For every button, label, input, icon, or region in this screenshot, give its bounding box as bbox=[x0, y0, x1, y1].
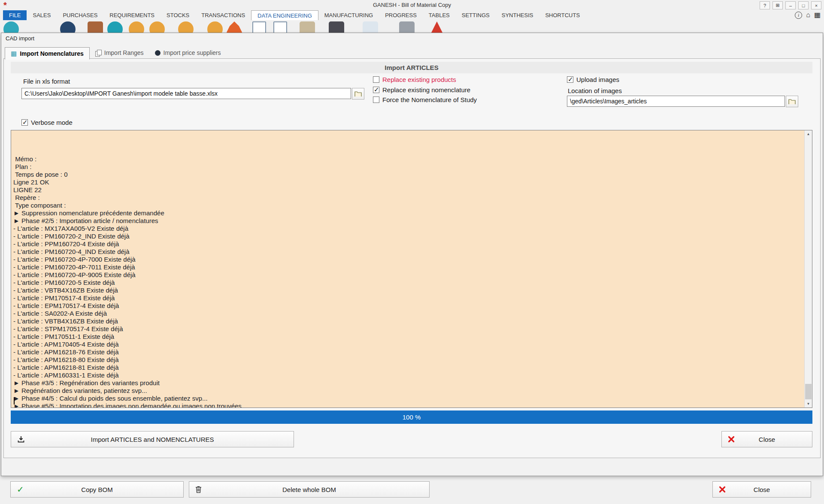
menu-item[interactable]: REQUIREMENTS bbox=[103, 10, 161, 20]
section-title: Import ARTICLES bbox=[11, 62, 812, 73]
checkbox-box bbox=[373, 97, 379, 103]
log-output[interactable]: Mémo : Plan : Temps de pose : 0Ligne 21 … bbox=[11, 130, 812, 408]
images-location-input[interactable] bbox=[567, 96, 785, 107]
browse-images-button[interactable] bbox=[786, 96, 798, 107]
copy-bom-button[interactable]: ✓ Copy BOM bbox=[10, 481, 184, 498]
menubar-right-icons: i ⌂ ▦ bbox=[795, 11, 821, 19]
log-line: - L'article : SA0202-A Existe déjà bbox=[13, 310, 803, 317]
price-sphere-icon bbox=[155, 50, 161, 56]
scroll-up-icon[interactable]: ▲ bbox=[805, 130, 812, 138]
log-line: - L'article : PM170517-4 Existe déjà bbox=[13, 294, 803, 302]
images-location-label: Location of images bbox=[568, 87, 622, 94]
log-line: - L'article : PM160720-4P-9005 Existe dé… bbox=[13, 271, 803, 279]
log-line: - L'article : PPM160720-4 Existe déjà bbox=[13, 240, 803, 248]
maximize-button[interactable]: □ bbox=[798, 1, 809, 9]
log-line: - L'article : MX17AXA005-V2 Existe déjà bbox=[13, 225, 803, 232]
log-line: ► Phase #3/5 : Regénération des variante… bbox=[13, 379, 803, 387]
log-line: Plan : bbox=[13, 163, 803, 171]
browse-file-button[interactable] bbox=[352, 88, 364, 100]
log-line: - L'article : APM16218-81 Existe déjà bbox=[13, 364, 803, 371]
scroll-down-icon[interactable]: ▼ bbox=[805, 400, 812, 407]
titlebar: * GANESH - Bill of Material Copy ? ⊞ – □… bbox=[0, 0, 824, 10]
window-title: GANESH - Bill of Material Copy bbox=[373, 2, 451, 8]
tab-import-ranges[interactable]: Import Ranges bbox=[90, 47, 149, 58]
log-line: - L'article : STPM170517-4 Existe déjà bbox=[13, 325, 803, 333]
window-extra-button[interactable]: ⊞ bbox=[772, 1, 783, 9]
minimize-button[interactable]: – bbox=[785, 1, 796, 9]
dialog-close-button[interactable]: Close bbox=[721, 431, 812, 447]
menu-item[interactable]: PURCHASES bbox=[57, 10, 103, 20]
menu-item[interactable]: STOCKS bbox=[161, 10, 195, 20]
progress-bar: 100 % bbox=[11, 410, 812, 424]
checkbox-box bbox=[21, 119, 28, 126]
log-line: ► Suppression nomenclature précédente de… bbox=[13, 209, 803, 217]
app-logo-icon: * bbox=[3, 0, 7, 10]
log-scrollbar[interactable]: ▲ ▼ bbox=[804, 130, 812, 407]
log-line: - L'article : APM16218-80 Existe déjà bbox=[13, 356, 803, 364]
tab-import-nomenclatures[interactable]: ▦ Import Nomenclatures bbox=[5, 47, 90, 60]
log-line: - L'article : VBTB4X16ZB Existe déjà bbox=[13, 317, 803, 325]
log-line: LIGNE 22 bbox=[13, 186, 803, 194]
log-line: Repère : bbox=[13, 194, 803, 202]
log-line: - L'article : APM160331-1 Existe déjà bbox=[13, 371, 803, 379]
checkbox-force-nomenclature-of-study[interactable]: Force the Nomenclature of Study bbox=[373, 96, 477, 103]
menu-item[interactable]: DATA ENGINEERING bbox=[251, 10, 318, 21]
checkbox-box bbox=[373, 76, 379, 83]
checkbox-box bbox=[567, 76, 573, 83]
file-format-label: File in xls format bbox=[23, 78, 70, 85]
tab-label: Import Ranges bbox=[104, 49, 144, 56]
menu-item[interactable]: PROGRESS bbox=[379, 10, 423, 20]
trash-icon bbox=[195, 486, 202, 493]
log-line: Mémo : bbox=[13, 155, 803, 163]
menu-item[interactable]: FILE bbox=[3, 10, 27, 20]
tab-label: Import Nomenclatures bbox=[20, 50, 84, 57]
log-text: Mémo : Plan : Temps de pose : 0Ligne 21 … bbox=[13, 132, 803, 408]
menu-item[interactable]: MANUFACTURING bbox=[318, 10, 379, 20]
info-icon[interactable]: i bbox=[795, 12, 802, 19]
menu-item[interactable]: TABLES bbox=[423, 10, 456, 20]
window-controls: ? ⊞ – □ × bbox=[760, 1, 821, 9]
import-articles-button[interactable]: Import ARTICLES and NOMENCLATURES bbox=[11, 431, 294, 447]
log-line: ► Phase #5/5 : Importation des images no… bbox=[13, 402, 803, 408]
folder-open-icon bbox=[788, 99, 796, 104]
progress-label: 100 % bbox=[11, 410, 812, 424]
log-line: - L'article : APM16218-76 Existe déjà bbox=[13, 348, 803, 356]
log-line: - L'article : PM160720-4P-7011 Existe dé… bbox=[13, 263, 803, 271]
tab-strip: ▦ Import Nomenclatures Import Ranges Imp… bbox=[5, 47, 226, 59]
tab-label: Import price suppliers bbox=[164, 49, 221, 56]
window-close-button[interactable]: × bbox=[811, 1, 821, 9]
scrollbar-thumb[interactable] bbox=[805, 384, 812, 399]
checkbox-replace-existing-nomenclature[interactable]: Replace existing nomenclature bbox=[373, 86, 470, 94]
app-window: * GANESH - Bill of Material Copy ? ⊞ – □… bbox=[0, 0, 824, 504]
folder-open-icon bbox=[354, 91, 362, 97]
menu-item[interactable]: SETTINGS bbox=[456, 10, 496, 20]
checkbox-verbose-mode[interactable]: Verbose mode bbox=[21, 119, 73, 126]
footer-close-button[interactable]: Close bbox=[712, 481, 811, 498]
checkbox-replace-existing-products[interactable]: Replace existing products bbox=[373, 76, 456, 83]
log-line: - L'article : VBTB4X16ZB Existe déjà bbox=[13, 287, 803, 294]
ranges-pages-icon bbox=[95, 50, 101, 56]
checkbox-box bbox=[373, 87, 379, 93]
menu-item[interactable]: SALES bbox=[27, 10, 57, 20]
home-icon[interactable]: ⌂ bbox=[806, 11, 810, 19]
checkbox-upload-images[interactable]: Upload images bbox=[567, 76, 619, 83]
green-check-icon: ✓ bbox=[17, 485, 24, 494]
log-line: - L'article : APM170405-4 Existe déjà bbox=[13, 341, 803, 348]
menu-item[interactable]: TRANSACTIONS bbox=[195, 10, 251, 20]
red-x-icon bbox=[719, 486, 726, 493]
help-button[interactable]: ? bbox=[760, 1, 770, 9]
log-line: - L'article : PM170511-1 Existe déjà bbox=[13, 333, 803, 341]
tab-import-price-suppliers[interactable]: Import price suppliers bbox=[149, 47, 227, 58]
download-icon bbox=[17, 435, 25, 443]
menubar: FILE SALES PURCHASES REQUIREMENTS STOCKS… bbox=[0, 10, 824, 21]
log-line: - L'article : PM160720-5 Existe déjà bbox=[13, 279, 803, 287]
cad-import-dialog: CAD import ▦ Import Nomenclatures Import… bbox=[1, 33, 823, 476]
nomenclatures-grid-icon: ▦ bbox=[11, 50, 17, 57]
delete-whole-bom-button[interactable]: Delete whole BOM bbox=[189, 481, 430, 498]
log-line: - L'article : PM160720-4P-7000 Existe dé… bbox=[13, 256, 803, 263]
log-line: - L'article : EPM170517-4 Existe déjà bbox=[13, 302, 803, 310]
menu-item[interactable]: SHORTCUTS bbox=[539, 10, 586, 20]
grid-icon[interactable]: ▦ bbox=[814, 11, 821, 19]
file-path-input[interactable] bbox=[21, 88, 351, 99]
menu-item[interactable]: SYNTHESIS bbox=[496, 10, 539, 20]
